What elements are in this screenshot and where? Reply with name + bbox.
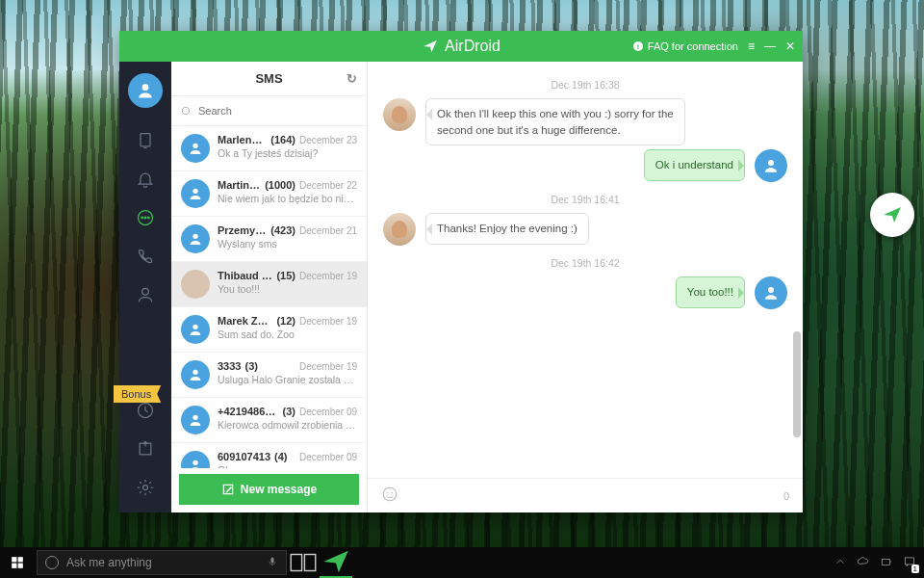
svg-point-16 <box>192 370 197 375</box>
thread-item[interactable]: Thibaud M...(15)December 19You too!!! <box>171 262 367 307</box>
thread-name: Marek Zaw... <box>218 315 272 327</box>
thread-avatar <box>181 360 210 389</box>
windows-icon <box>11 556 24 569</box>
refresh-button[interactable]: ↻ <box>346 71 357 86</box>
tray-network-icon[interactable] <box>880 555 893 570</box>
tray-onedrive-icon[interactable] <box>857 555 870 570</box>
clock-icon <box>136 401 155 420</box>
svg-point-15 <box>192 325 197 329</box>
start-button[interactable] <box>0 547 35 578</box>
faq-link[interactable]: i FAQ for connection <box>632 40 738 52</box>
thread-avatar <box>181 270 210 299</box>
user-avatar[interactable] <box>128 73 163 108</box>
svg-rect-3 <box>141 134 150 146</box>
thread-date: December 09 <box>299 452 357 462</box>
thread-name: 609107413 <box>218 451 270 462</box>
bonus-badge[interactable]: Bonus <box>114 385 161 403</box>
message-row: Ok i understand <box>383 149 787 182</box>
message-row: You too!!! <box>383 276 787 309</box>
thread-date: December 19 <box>299 271 357 281</box>
thread-item[interactable]: 3333(3)December 19Usluga Halo Granie zos… <box>171 353 367 398</box>
thread-item[interactable]: Martin K...(1000)December 22Nie wiem jak… <box>171 171 367 217</box>
message-bubble: Ok then I'll keep this one with you :) s… <box>425 98 685 145</box>
thread-date: December 19 <box>299 316 357 327</box>
thread-item[interactable]: Marek Zaw...(12)December 19Sum sad do. Z… <box>171 307 367 353</box>
nav-calls[interactable] <box>119 237 171 276</box>
emoji-button[interactable] <box>381 486 398 507</box>
svg-point-23 <box>387 491 389 493</box>
message-bubble: Thanks! Enjoy the evening :) <box>425 213 589 245</box>
task-view-button[interactable] <box>287 547 320 578</box>
chat-timestamp: Dec 19th 16:41 <box>383 194 787 205</box>
nav-share[interactable] <box>119 430 171 468</box>
thread-preview: Ok a Ty jesteś dzisiaj? <box>218 147 357 159</box>
options-button[interactable]: ≡ <box>748 39 755 53</box>
svg-point-7 <box>148 217 150 219</box>
svg-rect-25 <box>12 557 16 562</box>
search-input[interactable] <box>179 100 359 121</box>
svg-point-12 <box>192 144 197 148</box>
thread-name: Przemysł... <box>218 224 267 236</box>
svg-point-18 <box>192 460 197 465</box>
nav-settings[interactable] <box>119 468 171 507</box>
share-icon <box>136 439 155 459</box>
nav-notifications[interactable] <box>119 160 171 198</box>
paper-plane-icon <box>422 38 439 55</box>
thread-count: (3) <box>283 406 295 417</box>
sms-title: SMS <box>255 71 282 86</box>
airdroid-window: AirDroid i FAQ for connection ≡ — ✕ <box>119 31 803 512</box>
svg-point-17 <box>192 415 197 420</box>
thread-name: Marlena B... <box>218 134 267 145</box>
thread-list[interactable]: Marlena B...(164)December 23Ok a Ty jest… <box>171 126 367 468</box>
tray-notifications-icon[interactable]: 1 <box>903 555 916 570</box>
thread-item[interactable]: Przemysł...(423)December 21Wyslany sms <box>171 217 367 262</box>
chat-timestamp: Dec 19th 16:38 <box>383 79 787 91</box>
svg-point-8 <box>142 288 149 295</box>
svg-rect-29 <box>271 557 274 563</box>
taskbar-airdroid[interactable] <box>320 547 352 578</box>
thread-item[interactable]: Marlena B...(164)December 23Ok a Ty jest… <box>171 126 367 171</box>
nav-sms[interactable] <box>119 198 171 237</box>
compose-icon <box>221 483 235 496</box>
thread-count: (1000) <box>265 179 295 191</box>
message-row: Thanks! Enjoy the evening :) <box>383 213 787 246</box>
scrollbar-thumb[interactable] <box>793 331 801 437</box>
thread-preview: Nie wiem jak to będzie bo nie mam ... <box>218 193 357 204</box>
thread-avatar <box>181 134 210 163</box>
svg-rect-26 <box>18 557 23 562</box>
cortana-search[interactable]: Ask me anything <box>37 550 287 575</box>
sms-list-header: SMS ↻ <box>171 62 367 96</box>
svg-point-22 <box>383 487 397 501</box>
chat-scroll[interactable]: Dec 19th 16:38Ok then I'll keep this one… <box>368 62 803 478</box>
person-icon <box>136 285 155 304</box>
char-count: 0 <box>783 490 789 502</box>
chat-timestamp: Dec 19th 16:42 <box>383 257 787 269</box>
svg-text:i: i <box>637 43 639 50</box>
thread-name: 3333 <box>218 360 241 372</box>
thread-date: December 19 <box>299 361 357 372</box>
thread-count: (423) <box>270 224 295 236</box>
minimize-button[interactable]: — <box>764 39 776 53</box>
taskbar: Ask me anything 1 <box>0 547 924 578</box>
new-message-button[interactable]: New message <box>179 474 359 505</box>
thread-preview: Ok <box>218 464 357 468</box>
app-title: AirDroid <box>445 38 500 55</box>
nav-contacts[interactable] <box>119 276 171 314</box>
airdroid-float-button[interactable] <box>870 193 914 237</box>
thread-date: December 21 <box>299 225 357 236</box>
svg-rect-27 <box>12 564 16 568</box>
file-transfer-icon <box>136 131 155 150</box>
task-view-icon <box>287 546 320 578</box>
system-tray: 1 <box>834 555 924 570</box>
thread-item[interactable]: +4219486917...(3)December 09Kierowca odm… <box>171 398 367 443</box>
mic-icon[interactable] <box>267 556 278 570</box>
thread-count: (4) <box>274 451 287 462</box>
thread-item[interactable]: 609107413(4)December 09Ok <box>171 443 367 468</box>
tray-chevron-up-icon[interactable] <box>834 555 847 570</box>
person-icon <box>136 81 155 100</box>
chat-panel: Dec 19th 16:38Ok then I'll keep this one… <box>368 62 803 512</box>
close-button[interactable]: ✕ <box>785 39 795 53</box>
message-avatar <box>755 149 787 182</box>
svg-point-6 <box>144 217 146 219</box>
nav-files[interactable] <box>119 121 171 160</box>
